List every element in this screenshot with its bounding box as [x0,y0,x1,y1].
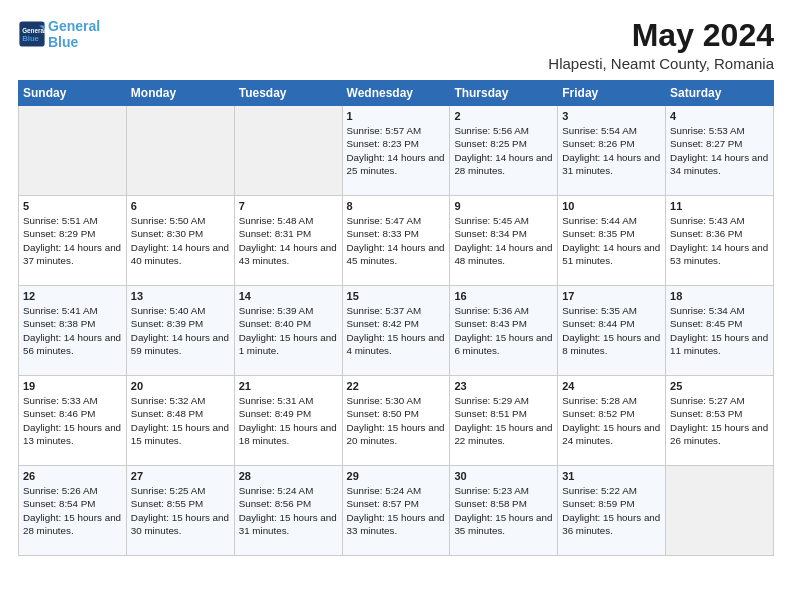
day-info: Sunrise: 5:37 AM Sunset: 8:42 PM Dayligh… [347,304,446,357]
day-number: 27 [131,470,230,482]
logo-general: General [48,18,100,34]
calendar-cell: 23Sunrise: 5:29 AM Sunset: 8:51 PM Dayli… [450,376,558,466]
weekday-header: Friday [558,81,666,106]
calendar-cell: 5Sunrise: 5:51 AM Sunset: 8:29 PM Daylig… [19,196,127,286]
logo-text: General Blue [48,18,100,50]
day-number: 16 [454,290,553,302]
calendar-cell: 4Sunrise: 5:53 AM Sunset: 8:27 PM Daylig… [666,106,774,196]
day-info: Sunrise: 5:41 AM Sunset: 8:38 PM Dayligh… [23,304,122,357]
calendar-week-row: 19Sunrise: 5:33 AM Sunset: 8:46 PM Dayli… [19,376,774,466]
day-info: Sunrise: 5:24 AM Sunset: 8:56 PM Dayligh… [239,484,338,537]
day-number: 6 [131,200,230,212]
page: General Blue General Blue May 2024 Hlape… [0,0,792,566]
weekday-header: Saturday [666,81,774,106]
location: Hlapesti, Neamt County, Romania [548,55,774,72]
calendar-cell [234,106,342,196]
calendar-cell: 8Sunrise: 5:47 AM Sunset: 8:33 PM Daylig… [342,196,450,286]
day-info: Sunrise: 5:56 AM Sunset: 8:25 PM Dayligh… [454,124,553,177]
day-info: Sunrise: 5:51 AM Sunset: 8:29 PM Dayligh… [23,214,122,267]
calendar-week-row: 26Sunrise: 5:26 AM Sunset: 8:54 PM Dayli… [19,466,774,556]
day-info: Sunrise: 5:45 AM Sunset: 8:34 PM Dayligh… [454,214,553,267]
day-info: Sunrise: 5:23 AM Sunset: 8:58 PM Dayligh… [454,484,553,537]
day-number: 9 [454,200,553,212]
calendar-cell: 1Sunrise: 5:57 AM Sunset: 8:23 PM Daylig… [342,106,450,196]
calendar-cell: 20Sunrise: 5:32 AM Sunset: 8:48 PM Dayli… [126,376,234,466]
day-number: 22 [347,380,446,392]
day-number: 18 [670,290,769,302]
day-info: Sunrise: 5:44 AM Sunset: 8:35 PM Dayligh… [562,214,661,267]
calendar-cell: 29Sunrise: 5:24 AM Sunset: 8:57 PM Dayli… [342,466,450,556]
calendar-cell: 16Sunrise: 5:36 AM Sunset: 8:43 PM Dayli… [450,286,558,376]
day-number: 2 [454,110,553,122]
day-number: 25 [670,380,769,392]
day-info: Sunrise: 5:31 AM Sunset: 8:49 PM Dayligh… [239,394,338,447]
calendar-cell: 7Sunrise: 5:48 AM Sunset: 8:31 PM Daylig… [234,196,342,286]
day-number: 12 [23,290,122,302]
logo: General Blue General Blue [18,18,100,50]
day-number: 23 [454,380,553,392]
month-year: May 2024 [548,18,774,53]
calendar-cell: 14Sunrise: 5:39 AM Sunset: 8:40 PM Dayli… [234,286,342,376]
day-info: Sunrise: 5:35 AM Sunset: 8:44 PM Dayligh… [562,304,661,357]
day-info: Sunrise: 5:30 AM Sunset: 8:50 PM Dayligh… [347,394,446,447]
calendar-cell [19,106,127,196]
day-info: Sunrise: 5:50 AM Sunset: 8:30 PM Dayligh… [131,214,230,267]
calendar-cell: 6Sunrise: 5:50 AM Sunset: 8:30 PM Daylig… [126,196,234,286]
calendar-cell [126,106,234,196]
calendar-cell: 26Sunrise: 5:26 AM Sunset: 8:54 PM Dayli… [19,466,127,556]
calendar-cell: 11Sunrise: 5:43 AM Sunset: 8:36 PM Dayli… [666,196,774,286]
day-number: 17 [562,290,661,302]
day-info: Sunrise: 5:53 AM Sunset: 8:27 PM Dayligh… [670,124,769,177]
calendar-cell: 31Sunrise: 5:22 AM Sunset: 8:59 PM Dayli… [558,466,666,556]
day-info: Sunrise: 5:34 AM Sunset: 8:45 PM Dayligh… [670,304,769,357]
calendar-cell: 22Sunrise: 5:30 AM Sunset: 8:50 PM Dayli… [342,376,450,466]
day-number: 28 [239,470,338,482]
day-info: Sunrise: 5:39 AM Sunset: 8:40 PM Dayligh… [239,304,338,357]
day-info: Sunrise: 5:33 AM Sunset: 8:46 PM Dayligh… [23,394,122,447]
day-info: Sunrise: 5:32 AM Sunset: 8:48 PM Dayligh… [131,394,230,447]
calendar-cell: 18Sunrise: 5:34 AM Sunset: 8:45 PM Dayli… [666,286,774,376]
day-number: 1 [347,110,446,122]
calendar-cell [666,466,774,556]
day-number: 26 [23,470,122,482]
calendar-cell: 13Sunrise: 5:40 AM Sunset: 8:39 PM Dayli… [126,286,234,376]
day-number: 13 [131,290,230,302]
day-info: Sunrise: 5:54 AM Sunset: 8:26 PM Dayligh… [562,124,661,177]
day-number: 8 [347,200,446,212]
calendar-cell: 28Sunrise: 5:24 AM Sunset: 8:56 PM Dayli… [234,466,342,556]
day-number: 3 [562,110,661,122]
weekday-header: Monday [126,81,234,106]
day-number: 19 [23,380,122,392]
svg-text:Blue: Blue [22,34,39,43]
day-info: Sunrise: 5:29 AM Sunset: 8:51 PM Dayligh… [454,394,553,447]
day-info: Sunrise: 5:27 AM Sunset: 8:53 PM Dayligh… [670,394,769,447]
day-info: Sunrise: 5:25 AM Sunset: 8:55 PM Dayligh… [131,484,230,537]
calendar-cell: 2Sunrise: 5:56 AM Sunset: 8:25 PM Daylig… [450,106,558,196]
calendar-week-row: 1Sunrise: 5:57 AM Sunset: 8:23 PM Daylig… [19,106,774,196]
day-number: 30 [454,470,553,482]
day-info: Sunrise: 5:40 AM Sunset: 8:39 PM Dayligh… [131,304,230,357]
calendar-cell: 24Sunrise: 5:28 AM Sunset: 8:52 PM Dayli… [558,376,666,466]
weekday-header: Tuesday [234,81,342,106]
weekday-header: Thursday [450,81,558,106]
day-number: 10 [562,200,661,212]
day-number: 7 [239,200,338,212]
calendar-table: SundayMondayTuesdayWednesdayThursdayFrid… [18,80,774,556]
logo-blue: Blue [48,34,78,50]
day-info: Sunrise: 5:28 AM Sunset: 8:52 PM Dayligh… [562,394,661,447]
day-number: 5 [23,200,122,212]
calendar-cell: 19Sunrise: 5:33 AM Sunset: 8:46 PM Dayli… [19,376,127,466]
weekday-header: Wednesday [342,81,450,106]
calendar-cell: 27Sunrise: 5:25 AM Sunset: 8:55 PM Dayli… [126,466,234,556]
day-number: 15 [347,290,446,302]
calendar-cell: 30Sunrise: 5:23 AM Sunset: 8:58 PM Dayli… [450,466,558,556]
day-info: Sunrise: 5:22 AM Sunset: 8:59 PM Dayligh… [562,484,661,537]
logo-icon: General Blue [18,20,46,48]
day-number: 21 [239,380,338,392]
day-number: 24 [562,380,661,392]
calendar-cell: 21Sunrise: 5:31 AM Sunset: 8:49 PM Dayli… [234,376,342,466]
calendar-cell: 9Sunrise: 5:45 AM Sunset: 8:34 PM Daylig… [450,196,558,286]
calendar-cell: 3Sunrise: 5:54 AM Sunset: 8:26 PM Daylig… [558,106,666,196]
calendar-cell: 12Sunrise: 5:41 AM Sunset: 8:38 PM Dayli… [19,286,127,376]
day-info: Sunrise: 5:24 AM Sunset: 8:57 PM Dayligh… [347,484,446,537]
